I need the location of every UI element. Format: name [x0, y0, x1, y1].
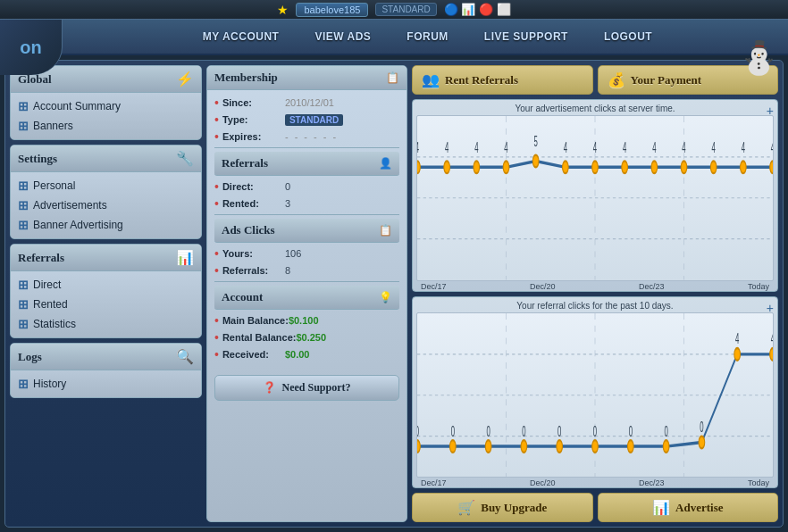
- svg-point-44: [627, 440, 633, 453]
- sidebar-item-direct[interactable]: ⊞ Direct: [11, 275, 201, 295]
- plus-icon: ⊞: [18, 179, 29, 193]
- referrals-subtitle: Referrals: [222, 156, 268, 170]
- account-type-badge: STANDARD: [375, 3, 436, 16]
- bullet-icon: •: [214, 246, 219, 261]
- plus-icon: ⊞: [18, 377, 29, 391]
- divider: [214, 214, 399, 215]
- sidebar-header-settings: Settings 🔧: [11, 145, 201, 172]
- nav-icons: 🔵 📊 🔴 ⬜: [444, 3, 511, 16]
- advertise-button[interactable]: 📊 Advertise: [598, 493, 779, 522]
- membership-icon: 📋: [386, 71, 399, 84]
- sidebar-item-statistics[interactable]: ⊞ Statistics: [11, 314, 201, 334]
- nav-logout[interactable]: LOGOUT: [586, 19, 670, 54]
- svg-point-40: [485, 440, 491, 453]
- search-icon: 🔍: [176, 348, 194, 365]
- sidebar-item-personal[interactable]: ⊞ Personal: [11, 176, 201, 195]
- people-icon: 👥: [422, 71, 440, 88]
- bullet-icon: •: [214, 347, 219, 362]
- nav-my-account[interactable]: MY ACCOUNT: [185, 19, 298, 54]
- rent-referrals-button[interactable]: 👥 Rent Referrals: [412, 65, 593, 95]
- buy-upgrade-button[interactable]: 🛒 Buy Upgrade: [412, 493, 593, 522]
- nav-view-ads[interactable]: VIEW ADS: [297, 19, 389, 54]
- referrals-subheader: Referrals 👤: [214, 152, 399, 176]
- chart1-labels: Dec/17 Dec/20 Dec/23 Today: [416, 282, 774, 291]
- divider: [214, 147, 399, 148]
- bullet-icon: •: [214, 330, 219, 345]
- svg-point-10: [532, 155, 539, 168]
- membership-body: • Since: 2010/12/01 • Type: STANDARD • E…: [207, 90, 407, 370]
- svg-point-15: [681, 161, 687, 173]
- rented-value: 3: [285, 198, 290, 209]
- question-icon: ❓: [263, 381, 276, 395]
- svg-point-46: [699, 436, 705, 448]
- lightning-icon: ⚡: [176, 71, 194, 87]
- chart1-label-1: Dec/17: [421, 282, 447, 291]
- svg-point-18: [770, 161, 773, 173]
- sidebar-header-referrals: Referrals 📊: [11, 245, 201, 271]
- bullet-icon: •: [214, 112, 219, 127]
- sidebar-section-referrals: Referrals 📊 ⊞ Direct ⊞ Rented ⊞ Statisti…: [10, 244, 202, 338]
- since-row: • Since: 2010/12/01: [214, 96, 399, 110]
- svg-point-42: [557, 440, 563, 453]
- sidebar-item-banners[interactable]: ⊞ Banners: [11, 116, 201, 136]
- svg-point-38: [417, 440, 420, 453]
- expires-value: - - - - - -: [285, 131, 338, 142]
- expires-label: Expires:: [222, 131, 285, 142]
- svg-point-11: [563, 161, 569, 173]
- divider: [214, 281, 399, 282]
- svg-text:0: 0: [557, 423, 561, 439]
- received-value: $0.00: [285, 349, 310, 360]
- svg-point-13: [622, 161, 628, 173]
- membership-footer: ❓ Need Support?: [207, 370, 407, 406]
- upgrade-icon: 🛒: [457, 499, 475, 516]
- chart2-label-1: Dec/17: [421, 478, 447, 487]
- svg-text:4: 4: [593, 140, 597, 156]
- svg-text:0: 0: [629, 423, 633, 439]
- direct-label: Direct:: [222, 181, 285, 192]
- nav-forum[interactable]: FORUM: [389, 19, 466, 54]
- svg-point-39: [449, 440, 456, 453]
- svg-text:0: 0: [451, 423, 455, 439]
- since-value: 2010/12/01: [285, 97, 334, 108]
- bullet-icon: •: [214, 129, 219, 144]
- svg-point-7: [444, 161, 450, 173]
- svg-text:0: 0: [700, 420, 703, 436]
- need-support-button[interactable]: ❓ Need Support?: [214, 375, 399, 401]
- received-label: Received:: [222, 349, 285, 360]
- sidebar-title-referrals: Referrals: [18, 251, 64, 265]
- sidebar-section-settings: Settings 🔧 ⊞ Personal ⊞ Advertisements ⊞…: [10, 145, 202, 239]
- ads-subtitle: Ads Clicks: [222, 223, 275, 237]
- sidebar-item-advertisements[interactable]: ⊞ Advertisements: [11, 195, 201, 215]
- referrals-clicks-value: 8: [285, 265, 290, 276]
- chart1-title: Your advertisement clicks at server time…: [416, 104, 774, 113]
- ads-subheader: Ads Clicks 📋: [214, 219, 399, 243]
- rental-balance-value: $0.250: [296, 332, 326, 343]
- sidebar-item-history[interactable]: ⊞ History: [11, 374, 201, 394]
- received-row: • Received: $0.00: [214, 347, 399, 362]
- nav-live-support[interactable]: LIVE SUPPORT: [466, 19, 586, 54]
- username-badge: babelove185: [296, 3, 368, 17]
- svg-text:4: 4: [623, 140, 626, 156]
- svg-point-43: [592, 440, 599, 453]
- type-row: • Type: STANDARD: [214, 112, 399, 127]
- sidebar-item-account-summary[interactable]: ⊞ Account Summary: [11, 96, 201, 116]
- account-subtitle: Account: [222, 290, 263, 304]
- expires-row: • Expires: - - - - - -: [214, 129, 399, 144]
- chart2-label-3: Dec/23: [639, 478, 665, 487]
- yours-value: 106: [285, 248, 301, 259]
- svg-point-8: [474, 161, 480, 173]
- chart2-title: Your referral clicks for the past 10 day…: [416, 301, 774, 311]
- plus-icon: ⊞: [18, 119, 29, 133]
- chart1-label-4: Today: [748, 282, 769, 291]
- sidebar: Global ⚡ ⊞ Account Summary ⊞ Banners: [10, 65, 202, 522]
- sidebar-item-rented[interactable]: ⊞ Rented: [11, 295, 201, 314]
- svg-text:4: 4: [771, 140, 773, 156]
- membership-title: Membership: [214, 71, 278, 85]
- sidebar-item-banner-advertising[interactable]: ⊞ Banner Advertising: [11, 215, 201, 235]
- bullet-icon: •: [214, 179, 219, 194]
- chart1-svg: 4 4 4 4 5 4 4 4 4 4 4 4: [417, 116, 773, 280]
- svg-point-45: [663, 440, 669, 453]
- chart2-panel: Your referral clicks for the past 10 day…: [412, 296, 778, 489]
- svg-text:0: 0: [522, 423, 525, 439]
- svg-text:4: 4: [474, 140, 478, 156]
